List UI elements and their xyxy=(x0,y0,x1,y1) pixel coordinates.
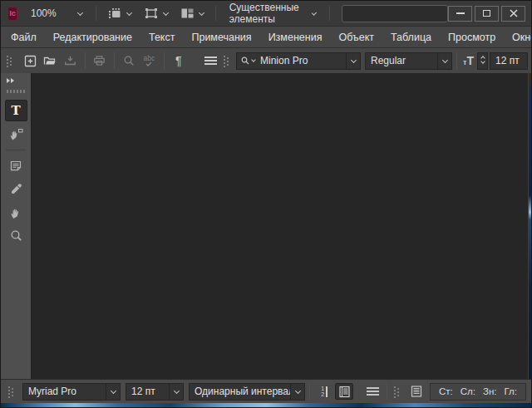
print-button[interactable] xyxy=(91,52,109,70)
arrange-documents-icon xyxy=(181,8,194,18)
leading-select[interactable]: Одинарный интервал xyxy=(189,383,305,401)
font-family-select[interactable]: Minion Pro xyxy=(236,52,361,70)
eyedropper-icon xyxy=(10,183,22,195)
leading-value: Одинарный интервал xyxy=(190,386,290,397)
menu-icon xyxy=(367,387,379,396)
double-chevron-icon xyxy=(7,78,10,83)
layout-view-button[interactable] xyxy=(335,383,353,400)
chevron-down-icon xyxy=(199,9,204,15)
position-tool-button[interactable] xyxy=(5,124,27,145)
hidden-characters-button[interactable]: ¶ xyxy=(170,52,188,70)
view-options-dropdown[interactable] xyxy=(101,4,138,22)
incopy-logo-icon: Ic xyxy=(7,7,17,21)
maximize-button[interactable] xyxy=(475,6,499,22)
statusbar-grip[interactable] xyxy=(394,385,399,398)
menu-object[interactable]: Объект xyxy=(330,27,382,47)
panel-grip[interactable] xyxy=(7,90,25,93)
font-size-icon: тT xyxy=(463,56,474,66)
separator xyxy=(114,52,115,69)
separator xyxy=(387,383,387,400)
chevron-down-icon xyxy=(106,384,120,400)
toolbar-menu-button[interactable] xyxy=(202,52,220,70)
menu-notes[interactable]: Примечания xyxy=(183,27,259,47)
statusbar-size-select[interactable]: 12 пт xyxy=(126,383,184,401)
separator xyxy=(96,6,96,21)
separator xyxy=(6,150,26,150)
expand-panel-button[interactable] xyxy=(1,73,31,87)
position-tool-icon xyxy=(8,128,23,141)
window-controls xyxy=(448,6,527,22)
galley-view-button[interactable]: 1 2 xyxy=(315,383,333,400)
status-bar: Myriad Pro 12 пт Одинарный интервал 1 2 xyxy=(1,379,531,403)
search-icon xyxy=(241,57,249,65)
toolbar-grip[interactable] xyxy=(7,54,12,67)
font-size-field[interactable]: 12 пт xyxy=(490,52,528,70)
chevron-down-icon xyxy=(480,59,485,64)
close-icon xyxy=(510,9,518,17)
toolbar-grip[interactable] xyxy=(224,54,229,67)
copyfit-depth-label: Гл: xyxy=(505,386,518,396)
menu-edit[interactable]: Редактирование xyxy=(45,27,140,47)
copyfit-words-label: Сл: xyxy=(461,386,475,396)
open-folder-icon xyxy=(43,55,57,66)
font-size-stepper[interactable] xyxy=(477,52,488,70)
save-icon xyxy=(64,55,76,66)
save-button[interactable] xyxy=(62,52,80,70)
workspace-switcher[interactable]: Существенные элементы xyxy=(221,4,324,22)
minimize-icon xyxy=(456,12,465,14)
find-button[interactable] xyxy=(120,52,138,70)
chevron-down-icon xyxy=(312,10,317,15)
separator xyxy=(215,6,216,21)
zoom-level-dropdown[interactable]: 100% xyxy=(26,4,91,22)
open-button[interactable] xyxy=(41,52,59,70)
eyedropper-tool-button[interactable] xyxy=(5,179,27,199)
menu-icon xyxy=(204,57,217,65)
menu-table[interactable]: Таблица xyxy=(382,27,440,47)
menu-window[interactable]: Окно xyxy=(504,27,532,47)
new-document-button[interactable] xyxy=(21,52,39,70)
statusbar-font-value: Myriad Pro xyxy=(23,386,106,397)
note-tool-button[interactable] xyxy=(5,155,27,176)
font-style-select[interactable]: Regular xyxy=(365,52,452,70)
chevron-down-icon xyxy=(169,384,183,400)
check-icon xyxy=(145,61,152,66)
document-canvas[interactable] xyxy=(32,73,528,379)
font-family-value: Minion Pro xyxy=(255,55,346,66)
close-button[interactable] xyxy=(501,6,525,22)
pilcrow-icon: ¶ xyxy=(175,55,182,66)
hand-tool-button[interactable] xyxy=(5,202,27,223)
chevron-down-icon xyxy=(290,384,304,400)
font-search xyxy=(237,57,255,65)
copyfit-info-button[interactable] xyxy=(407,383,426,400)
copyfit-chars-label: Зн: xyxy=(483,386,497,396)
note-tool-icon xyxy=(9,160,22,172)
statusbar-menu-button[interactable] xyxy=(363,383,382,400)
separator xyxy=(456,52,457,69)
type-tool-button[interactable]: T xyxy=(5,100,27,121)
chevron-down-icon xyxy=(346,53,360,69)
view-options-icon xyxy=(108,7,121,19)
arrange-documents-dropdown[interactable] xyxy=(175,4,210,22)
spellcheck-button[interactable]: abc xyxy=(140,52,158,70)
zoom-level-value: 100% xyxy=(31,7,57,19)
screen-mode-icon xyxy=(145,7,158,19)
app-bar: Ic 100% xyxy=(1,1,531,26)
screen-mode-dropdown[interactable] xyxy=(138,4,175,22)
hand-tool-icon xyxy=(9,206,22,219)
chevron-down-icon xyxy=(126,9,132,15)
search-input[interactable] xyxy=(342,5,448,22)
new-document-icon xyxy=(24,55,37,67)
separator xyxy=(309,383,310,400)
layout-view-icon xyxy=(338,386,351,398)
maximize-icon xyxy=(483,10,490,17)
menu-type[interactable]: Текст xyxy=(140,27,183,47)
minimize-button[interactable] xyxy=(448,6,472,22)
statusbar-grip[interactable] xyxy=(8,385,13,398)
copyfit-stats: Ст: Сл: Зн: Гл: xyxy=(430,383,526,401)
menu-view[interactable]: Просмотр xyxy=(440,27,504,47)
zoom-tool-button[interactable] xyxy=(5,225,27,246)
statusbar-font-select[interactable]: Myriad Pro xyxy=(22,383,121,401)
menu-changes[interactable]: Изменения xyxy=(260,27,331,47)
menu-file[interactable]: Файл xyxy=(2,27,45,47)
copyfit-lines-label: Ст: xyxy=(439,386,453,396)
